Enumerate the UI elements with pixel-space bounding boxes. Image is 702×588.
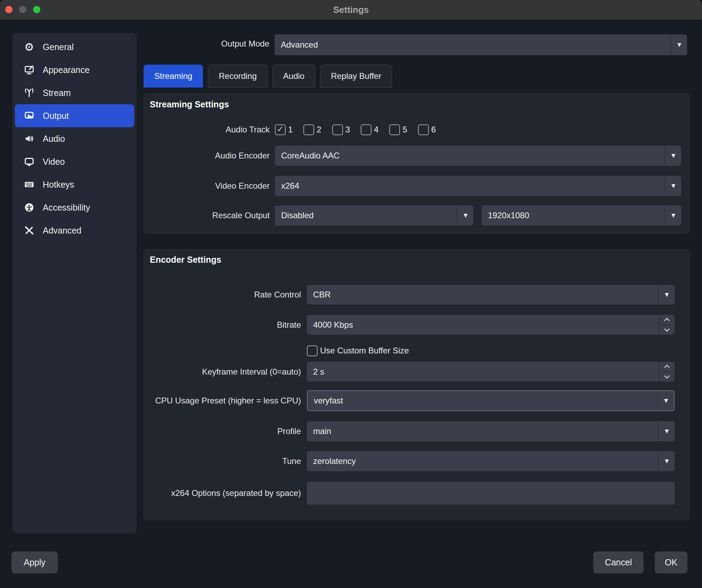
profile-dropdown[interactable]: main ▼ [307,421,675,441]
decrement-button[interactable] [659,325,675,335]
tune-dropdown[interactable]: zerolatency ▼ [307,451,675,471]
audio-track-6-checkbox[interactable]: ✓ [418,124,429,135]
keyframe-interval-row: Keyframe Interval (0=auto) 2 s [144,362,675,382]
output-tabs: Streaming Recording Audio Replay Buffer [144,65,392,88]
tab-streaming[interactable]: Streaming [144,65,203,88]
sidebar-item-accessibility[interactable]: Accessibility [15,196,134,219]
cpu-preset-dropdown[interactable]: veryfast ▼ [307,390,675,411]
use-custom-buffer-label: Use Custom Buffer Size [320,346,409,356]
sidebar-item-appearance[interactable]: Appearance [15,58,134,81]
settings-window: Settings ⚙ General Appearance Stream Out… [0,0,702,588]
tab-replay-buffer[interactable]: Replay Buffer [320,65,392,88]
divider [664,146,665,165]
sidebar-item-label: Advanced [43,226,81,236]
x264-options-row: x264 Options (separated by space) [144,482,675,505]
sidebar-item-label: Output [43,111,69,121]
rate-control-label: Rate Control [144,290,301,300]
sidebar-item-label: Accessibility [43,203,90,213]
sidebar-item-label: Appearance [43,65,90,75]
audio-track-checkboxes: ✓1 ✓2 ✓3 ✓4 ✓5 ✓6 [275,124,436,135]
custom-buffer-row: ✓ Use Custom Buffer Size [144,344,675,357]
checkmark-icon: ✓ [277,124,284,134]
chevron-down-icon: ▼ [670,212,677,219]
audio-track-2-checkbox[interactable]: ✓ [303,124,314,135]
profile-row: Profile main ▼ [144,421,675,441]
title-bar: Settings [0,0,702,21]
bitrate-spinner[interactable]: 4000 Kbps [307,315,675,335]
video-encoder-dropdown[interactable]: x264 ▼ [275,176,681,196]
audio-track-row: Audio Track ✓1 ✓2 ✓3 ✓4 ✓5 ✓6 [144,123,681,136]
rate-control-row: Rate Control CBR ▼ [144,285,675,304]
chevron-down-icon: ▼ [670,152,677,160]
output-screen-camera-icon [23,110,35,122]
divider [664,206,665,225]
divider [658,286,659,304]
chevron-down-icon: ▼ [670,182,677,190]
profile-label: Profile [144,426,301,436]
output-mode-value: Advanced [281,40,318,50]
divider [664,177,665,195]
audio-encoder-dropdown[interactable]: CoreAudio AAC ▼ [275,146,681,166]
tune-row: Tune zerolatency ▼ [144,451,675,471]
settings-sidebar: ⚙ General Appearance Stream Output Aud [13,33,137,533]
sidebar-item-label: Hotkeys [43,180,74,190]
rate-control-dropdown[interactable]: CBR ▼ [307,285,675,304]
antenna-icon [23,87,35,99]
accessibility-icon [23,202,35,213]
tab-recording[interactable]: Recording [208,65,267,88]
sidebar-item-audio[interactable]: Audio [15,127,134,150]
sidebar-item-stream[interactable]: Stream [15,81,134,104]
chevron-down-icon: ▼ [663,427,670,435]
video-encoder-row: Video Encoder x264 ▼ [144,176,681,196]
audio-track-3-checkbox[interactable]: ✓ [332,124,343,135]
bitrate-label: Bitrate [144,320,301,330]
encoder-settings-panel: Encoder Settings Rate Control CBR ▼ Bitr… [144,249,690,520]
streaming-settings-title: Streaming Settings [150,99,229,109]
gear-icon: ⚙ [23,41,35,53]
x264-options-input[interactable] [307,482,675,505]
decrement-button[interactable] [659,372,675,382]
increment-button[interactable] [659,315,675,325]
sidebar-item-output[interactable]: Output [15,104,134,127]
increment-button[interactable] [659,362,675,372]
sidebar-item-hotkeys[interactable]: Hotkeys [15,173,134,196]
sidebar-item-advanced[interactable]: Advanced [15,219,134,242]
x264-options-label: x264 Options (separated by space) [144,488,301,498]
cpu-preset-label: CPU Usage Preset (higher = less CPU) [144,396,301,406]
sidebar-item-video[interactable]: Video [15,150,134,173]
audio-encoder-row: Audio Encoder CoreAudio AAC ▼ [144,146,681,166]
sidebar-item-label: Stream [43,88,71,98]
window-title: Settings [0,0,702,20]
cancel-button[interactable]: Cancel [593,552,644,573]
audio-track-4-checkbox[interactable]: ✓ [361,124,372,135]
audio-track-5-checkbox[interactable]: ✓ [389,124,400,135]
apply-button[interactable]: Apply [11,552,58,573]
sidebar-item-general[interactable]: ⚙ General [15,35,134,58]
ok-button[interactable]: OK [655,552,687,573]
keyframe-interval-spinner[interactable]: 2 s [307,362,675,382]
divider [457,206,457,225]
chevron-down-icon: ▼ [663,291,670,299]
audio-track-1-checkbox[interactable]: ✓ [275,124,286,135]
tab-audio[interactable]: Audio [272,65,315,88]
monitor-icon [23,156,35,168]
video-encoder-label: Video Encoder [144,181,270,191]
use-custom-buffer-checkbox[interactable]: ✓ [307,345,318,356]
chevron-down-icon: ▼ [676,41,683,49]
rescale-resolution-dropdown[interactable]: 1920x1080 ▼ [482,205,681,226]
streaming-settings-panel: Streaming Settings Audio Track ✓1 ✓2 ✓3 … [144,93,690,234]
sidebar-item-label: Video [43,157,65,167]
encoder-settings-title: Encoder Settings [150,255,221,265]
rescale-output-row: Rescale Output Disabled ▼ 1920x1080 ▼ [144,205,681,226]
sidebar-item-label: General [43,42,74,52]
rescale-mode-dropdown[interactable]: Disabled ▼ [275,205,473,226]
audio-track-label: Audio Track [144,125,270,134]
divider [657,392,658,410]
chevron-down-icon: ▼ [663,457,670,465]
output-mode-dropdown[interactable]: Advanced ▼ [275,34,687,55]
sidebar-item-label: Audio [43,134,65,144]
divider [658,452,659,471]
display-brush-icon [23,64,35,76]
divider [658,422,659,441]
audio-encoder-label: Audio Encoder [144,151,270,161]
